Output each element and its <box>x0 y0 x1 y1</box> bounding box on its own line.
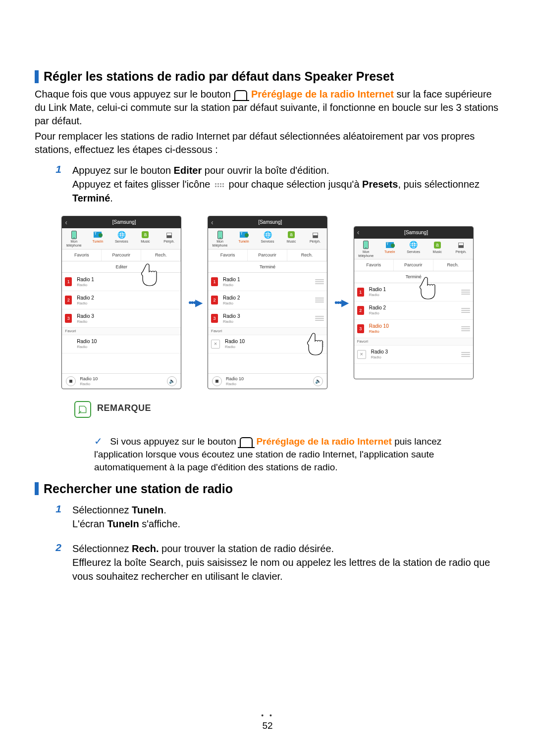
remove-icon[interactable]: × <box>211 340 220 349</box>
nav-services[interactable]: 🌐Services <box>109 228 133 249</box>
text: Effleurez la boîte Search, puis saisisse… <box>72 557 490 582</box>
screenshots-row: ‹ [Samsung] Mon téléphone TuneIn 🌐Servic… <box>35 216 500 389</box>
drag-handle-icon[interactable] <box>315 298 324 302</box>
preset-badge: 1 <box>357 288 364 297</box>
amazon-icon: a <box>142 231 149 238</box>
phone-nav: Mon téléphone TuneIn 🌐Services aMusic ⬓P… <box>62 228 181 250</box>
nav-periph[interactable]: ⬓Périph. <box>157 228 181 249</box>
nav-label: Périph. <box>163 240 174 243</box>
action-termine[interactable]: Terminé <box>208 261 327 273</box>
footer-dots-icon: • • <box>261 711 274 719</box>
row-title: Radio 1 <box>223 277 315 283</box>
amazon-icon: a <box>288 231 295 238</box>
nav-tunein[interactable]: TuneIn <box>232 228 256 249</box>
periph-icon: ⬓ <box>304 230 326 239</box>
list-item[interactable]: 1Radio 1Radio <box>62 273 181 291</box>
remove-icon[interactable]: × <box>357 350 366 359</box>
stop-button[interactable] <box>66 376 76 386</box>
list-item[interactable]: Radio 10Radio <box>62 335 181 353</box>
stop-button[interactable] <box>212 376 222 386</box>
player-title: Radio 10 <box>80 376 163 382</box>
list-item[interactable]: 3Radio 3Radio <box>62 309 181 328</box>
text: pour trouver la station de radio désirée… <box>159 543 334 554</box>
nav-tunein[interactable]: TuneIn <box>86 228 109 249</box>
phone-icon <box>71 231 77 239</box>
row-sub: Radio <box>371 355 461 360</box>
back-icon[interactable]: ‹ <box>65 218 67 227</box>
text: . <box>110 193 113 203</box>
drag-handle-icon[interactable] <box>461 308 470 313</box>
text-bold: Terminé <box>72 193 110 203</box>
nav-tunein[interactable]: TuneIn <box>378 239 402 259</box>
back-icon[interactable]: ‹ <box>357 228 360 237</box>
globe-icon: 🌐 <box>403 241 425 250</box>
section-label-favori: Favori <box>62 328 181 335</box>
nav-music[interactable]: aMusic <box>279 228 303 249</box>
phone-title: [Samsung] <box>216 219 324 225</box>
preset-badge: 3 <box>211 314 218 323</box>
preset-badge: 2 <box>65 296 72 304</box>
periph-icon: ⬓ <box>158 230 180 239</box>
row-title: Radio 10 <box>369 323 461 329</box>
list-item[interactable]: ×Radio 10Radio <box>208 335 327 353</box>
nav-services[interactable]: 🌐Services <box>256 228 279 249</box>
nav-services[interactable]: 🌐Services <box>402 239 426 259</box>
mini-player: Radio 10Radio 🔈 <box>208 373 327 389</box>
list-item[interactable]: 2Radio 2Radio <box>354 302 473 320</box>
tab-parcourir[interactable]: Parcourir <box>248 250 287 261</box>
step-1: 1 Appuyez sur le bouton Editer pour ouvr… <box>35 163 500 205</box>
phone-icon <box>363 241 369 249</box>
action-label: Editer <box>116 264 128 270</box>
nav-phone[interactable]: Mon téléphone <box>208 228 232 249</box>
row-title: Radio 3 <box>371 349 461 355</box>
tab-rech[interactable]: Rech. <box>141 250 181 261</box>
drag-handle-icon[interactable] <box>315 342 324 347</box>
step-list-2: 1 Sélectionnez TuneIn. L'écran TuneIn s'… <box>35 503 500 583</box>
nav-periph[interactable]: ⬓Périph. <box>303 228 327 249</box>
player-title: Radio 10 <box>226 376 309 382</box>
player-sub: Radio <box>226 382 309 387</box>
tab-parcourir[interactable]: Parcourir <box>394 259 433 271</box>
action-termine[interactable]: Terminé <box>354 271 473 283</box>
drag-handle-icon[interactable] <box>461 352 470 357</box>
row-title: Radio 10 <box>77 339 178 345</box>
nav-label: Mon téléphone <box>213 240 228 247</box>
action-label: Terminé <box>260 264 275 270</box>
tab-rech[interactable]: Rech. <box>287 250 327 261</box>
drag-handle-icon[interactable] <box>461 290 470 295</box>
tab-favoris[interactable]: Favoris <box>208 250 248 261</box>
nav-music[interactable]: aMusic <box>133 228 157 249</box>
list-item[interactable]: 1Radio 1Radio <box>354 283 473 302</box>
list-item[interactable]: ×Radio 3Radio <box>354 346 473 364</box>
intro-paragraph-2: Pour remplacer les stations de radio Int… <box>35 130 500 156</box>
preset-badge-empty <box>65 340 72 349</box>
nav-phone[interactable]: Mon téléphone <box>354 239 378 259</box>
drag-handle-icon[interactable] <box>315 279 324 284</box>
action-editer[interactable]: Editer <box>62 261 181 273</box>
tab-parcourir[interactable]: Parcourir <box>102 250 141 261</box>
drag-handle-icon[interactable] <box>315 316 324 321</box>
nav-periph[interactable]: ⬓Périph. <box>449 239 473 259</box>
note-icon <box>74 401 91 418</box>
preset-badge: 1 <box>211 277 218 286</box>
list-item[interactable]: 3Radio 10Radio <box>354 320 473 338</box>
row-sub: Radio <box>223 319 315 324</box>
phone-mock-2: ‹ [Samsung] Mon téléphone TuneIn 🌐Servic… <box>208 216 327 389</box>
back-icon[interactable]: ‹ <box>211 218 214 227</box>
tab-favoris[interactable]: Favoris <box>62 250 102 261</box>
list-item[interactable]: 2Radio 2Radio <box>62 291 181 309</box>
tab-favoris[interactable]: Favoris <box>354 259 394 271</box>
list-item[interactable]: 1Radio 1Radio <box>208 273 327 291</box>
volume-button[interactable]: 🔈 <box>167 376 177 386</box>
tab-rech[interactable]: Rech. <box>433 259 473 271</box>
list-item[interactable]: 3Radio 3Radio <box>208 309 327 328</box>
radio-list: 1Radio 1Radio 2Radio 2Radio 3Radio 3Radi… <box>62 273 181 373</box>
list-item[interactable]: 2Radio 2Radio <box>208 291 327 309</box>
drag-handle-icon[interactable] <box>461 326 470 331</box>
volume-button[interactable]: 🔈 <box>313 376 323 386</box>
nav-music[interactable]: aMusic <box>426 239 449 259</box>
row-title: Radio 1 <box>369 287 461 293</box>
nav-label: Music <box>433 250 442 253</box>
nav-phone[interactable]: Mon téléphone <box>62 228 86 249</box>
periph-icon: ⬓ <box>450 241 472 250</box>
